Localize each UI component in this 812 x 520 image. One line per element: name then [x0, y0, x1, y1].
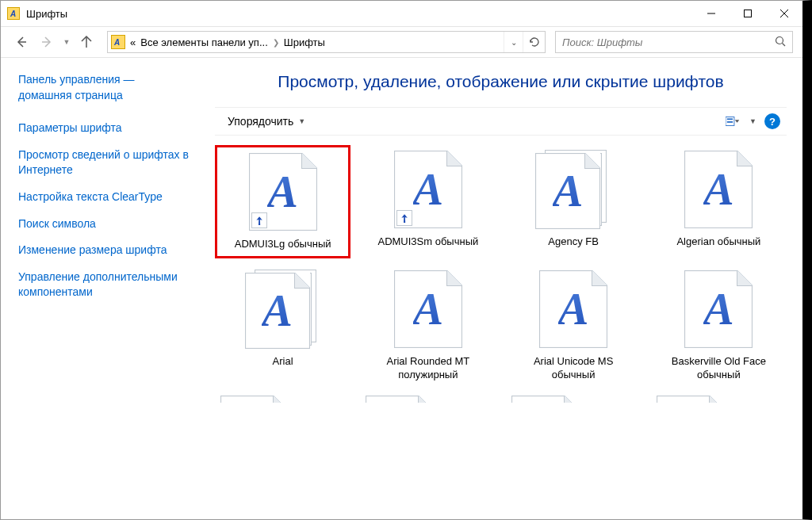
font-thumb: A [389, 270, 468, 349]
font-item-arial-unicode[interactable]: A Arial Unicode MS обычный [506, 265, 642, 387]
search-input[interactable] [562, 36, 775, 48]
svg-line-10 [783, 43, 786, 46]
sidebar-link-3[interactable]: Поиск символа [18, 216, 190, 232]
location-icon: A [111, 35, 125, 49]
font-item-baskerville[interactable]: A Baskerville Old Face обычный [651, 265, 787, 387]
font-label: Arial Unicode MS обычный [518, 355, 629, 382]
sidebar-home-link[interactable]: Панель управления — домашняя страница [18, 72, 190, 103]
font-thumb: A [534, 150, 613, 229]
font-thumb: A [534, 270, 613, 349]
font-thumb: A [243, 270, 323, 349]
chevron-right-icon[interactable]: ❯ [273, 38, 279, 47]
svg-text:A: A [10, 10, 16, 17]
font-grid-peek [215, 387, 787, 403]
organize-button[interactable]: Упорядочить ▼ [221, 112, 312, 131]
forward-button[interactable] [36, 31, 58, 53]
font-label: ADMUI3Lg обычный [235, 238, 331, 251]
search-icon[interactable] [775, 36, 786, 49]
font-label: Algerian обычный [676, 235, 760, 249]
font-item-arial[interactable]: A Arial [215, 265, 350, 387]
sidebar-link-5[interactable]: Управление дополнительными компонентами [18, 270, 190, 300]
address-bar[interactable]: A « Все элементы панели уп... ❯ Шрифты ⌄ [107, 31, 546, 53]
font-item-admui3sm[interactable]: A ➚ ADMUI3Sm обычный [360, 145, 496, 258]
font-item-algerian[interactable]: A Algerian обычный [651, 145, 787, 258]
sidebar-link-0[interactable]: Параметры шрифта [18, 120, 190, 136]
svg-point-9 [776, 36, 783, 44]
font-label: Arial Rounded MT полужирный [373, 355, 484, 382]
breadcrumb-item[interactable]: Все элементы панели уп... [140, 36, 268, 48]
font-label: Agency FB [548, 235, 599, 249]
breadcrumb-item[interactable]: Шрифты [284, 36, 325, 48]
font-label: ADMUI3Sm обычный [377, 235, 478, 249]
window-title: Шрифты [26, 8, 67, 20]
sidebar-link-1[interactable]: Просмотр сведений о шрифтах в Интернете [18, 147, 190, 178]
font-grid: A ➚ ADMUI3Lg обычный A ➚ ADMUI3Sm обычны… [215, 136, 787, 387]
breadcrumb-prefix: « [130, 36, 136, 48]
recent-locations-button[interactable]: ▼ [61, 38, 72, 46]
font-thumb: A [679, 150, 758, 229]
sidebar: Панель управления — домашняя страница Па… [1, 58, 207, 519]
page-title: Просмотр, удаление, отображение или скры… [215, 66, 787, 107]
font-item-arial-rounded[interactable]: A Arial Rounded MT полужирный [360, 265, 496, 387]
back-button[interactable] [10, 31, 33, 53]
navigation-bar: ▼ A « Все элементы панели уп... ❯ Шрифты… [1, 26, 802, 58]
address-dropdown-button[interactable]: ⌄ [504, 32, 523, 52]
font-thumb: A [679, 270, 758, 349]
main-pane: Просмотр, удаление, отображение или скры… [207, 58, 802, 519]
toolbar: Упорядочить ▼ ▼ ? [215, 107, 787, 136]
font-label: Arial [273, 355, 293, 369]
refresh-button[interactable] [523, 32, 545, 52]
svg-rect-12 [727, 118, 733, 120]
shortcut-icon: ➚ [251, 212, 267, 228]
view-options-button[interactable] [726, 115, 741, 128]
chevron-down-icon: ▼ [298, 117, 305, 125]
maximize-button[interactable] [730, 1, 766, 26]
app-icon: A [7, 7, 20, 20]
shortcut-icon: ➚ [396, 210, 412, 226]
svg-rect-13 [727, 121, 733, 123]
breadcrumb: « Все элементы панели уп... ❯ Шрифты [130, 36, 504, 48]
minimize-button[interactable] [693, 1, 730, 26]
sidebar-link-4[interactable]: Изменение размера шрифта [18, 243, 190, 258]
title-bar: A Шрифты [1, 1, 802, 26]
help-button[interactable]: ? [764, 113, 780, 129]
font-thumb: A ➚ [243, 152, 323, 231]
content-area: Панель управления — домашняя страница Па… [1, 58, 802, 519]
window-controls [693, 1, 802, 26]
svg-text:A: A [114, 38, 120, 46]
organize-label: Упорядочить [228, 115, 293, 128]
svg-rect-2 [745, 10, 752, 17]
search-box[interactable] [555, 31, 793, 53]
sidebar-link-2[interactable]: Настройка текста ClearType [18, 189, 190, 205]
font-thumb: A ➚ [389, 150, 468, 229]
toolbar-right: ▼ ? [726, 113, 780, 129]
font-item-admui3lg[interactable]: A ➚ ADMUI3Lg обычный [215, 145, 350, 258]
chevron-down-icon[interactable]: ▼ [749, 117, 756, 125]
up-button[interactable] [75, 31, 98, 53]
close-button[interactable] [766, 1, 802, 26]
font-item-agencyfb[interactable]: A Agency FB [506, 145, 642, 258]
font-label: Baskerville Old Face обычный [663, 355, 774, 382]
